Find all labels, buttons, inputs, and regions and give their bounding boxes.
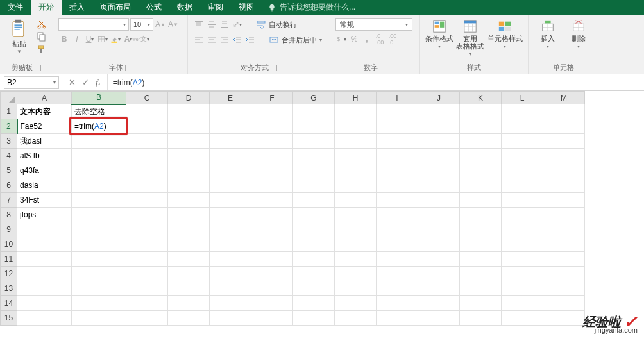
cell-E3[interactable] [210, 134, 251, 149]
cell-E6[interactable] [210, 178, 251, 193]
cell-L11[interactable] [502, 252, 543, 267]
cell-B13[interactable] [72, 281, 126, 296]
cell-J15[interactable] [418, 311, 460, 326]
tab-insert[interactable]: 插入 [62, 0, 92, 15]
paste-button[interactable]: 粘贴 ▼ [5, 18, 33, 55]
cell-H14[interactable] [335, 296, 377, 311]
italic-button[interactable]: I [71, 33, 83, 45]
cell-styles-button[interactable]: 单元格样式▾ [487, 18, 523, 57]
cell-E12[interactable] [210, 267, 251, 281]
increase-font-button[interactable]: A▲ [155, 19, 166, 30]
col-header-C[interactable]: C [126, 92, 168, 104]
orientation-button[interactable]: ⤢▾ [232, 19, 243, 30]
cell-E15[interactable] [210, 311, 251, 326]
cell-A9[interactable] [17, 222, 72, 237]
cell-G2[interactable] [293, 119, 335, 134]
currency-button[interactable]: $▾ [335, 33, 347, 45]
row-header-4[interactable]: 4 [1, 149, 17, 163]
cell-I10[interactable] [377, 237, 418, 252]
cell-C15[interactable] [126, 311, 168, 326]
cell-D12[interactable] [168, 267, 210, 281]
cell-M8[interactable] [543, 208, 585, 222]
cell-K9[interactable] [460, 222, 502, 237]
cell-H15[interactable] [335, 311, 377, 326]
cell-E10[interactable] [210, 237, 251, 252]
cell-L15[interactable] [502, 311, 543, 326]
cell-C14[interactable] [126, 296, 168, 311]
cell-K11[interactable] [460, 252, 502, 267]
cell-E2[interactable] [210, 119, 251, 134]
cell-E7[interactable] [210, 193, 251, 208]
tab-formulas[interactable]: 公式 [139, 0, 169, 15]
cell-H7[interactable] [335, 193, 377, 208]
cell-B3[interactable] [72, 134, 126, 149]
wrap-text-button[interactable]: 自动换行 [253, 18, 300, 31]
tab-review[interactable]: 审阅 [200, 0, 231, 15]
col-header-I[interactable]: I [377, 92, 418, 104]
cell-J12[interactable] [418, 267, 460, 281]
percent-button[interactable]: % [348, 33, 360, 45]
cell-F6[interactable] [251, 178, 293, 193]
cell-D8[interactable] [168, 208, 210, 222]
align-top-button[interactable] [193, 19, 205, 30]
cell-B14[interactable] [72, 296, 126, 311]
cell-C11[interactable] [126, 252, 168, 267]
cell-A5[interactable]: q43fa [17, 163, 72, 178]
number-format-select[interactable]: 常规▾ [335, 18, 412, 31]
row-header-14[interactable]: 14 [1, 296, 17, 311]
cell-C13[interactable] [126, 281, 168, 296]
cell-A11[interactable] [17, 252, 72, 267]
cell-M3[interactable] [543, 134, 585, 149]
cell-G7[interactable] [293, 193, 335, 208]
cell-M4[interactable] [543, 149, 585, 163]
fill-color-button[interactable]: ▾ [110, 33, 121, 45]
cell-C4[interactable] [126, 149, 168, 163]
cell-H8[interactable] [335, 208, 377, 222]
insert-cells-button[interactable]: 插入▾ [534, 18, 562, 49]
row-header-1[interactable]: 1 [1, 104, 17, 119]
cell-H3[interactable] [335, 134, 377, 149]
select-all-corner[interactable] [1, 92, 17, 104]
cell-H9[interactable] [335, 222, 377, 237]
cell-L6[interactable] [502, 178, 543, 193]
conditional-format-button[interactable]: 条件格式▾ [425, 18, 453, 57]
cell-L9[interactable] [502, 222, 543, 237]
cell-E1[interactable] [210, 104, 251, 119]
decrease-indent-button[interactable] [232, 34, 243, 46]
cell-G4[interactable] [293, 149, 335, 163]
cell-D4[interactable] [168, 149, 210, 163]
cell-F7[interactable] [251, 193, 293, 208]
cell-D13[interactable] [168, 281, 210, 296]
cell-C6[interactable] [126, 178, 168, 193]
cell-C10[interactable] [126, 237, 168, 252]
cell-F8[interactable] [251, 208, 293, 222]
row-header-5[interactable]: 5 [1, 163, 17, 178]
row-header-10[interactable]: 10 [1, 237, 17, 252]
row-header-3[interactable]: 3 [1, 134, 17, 149]
cell-L10[interactable] [502, 237, 543, 252]
cell-A10[interactable] [17, 237, 72, 252]
cell-D14[interactable] [168, 296, 210, 311]
cell-L1[interactable] [502, 104, 543, 119]
cell-C5[interactable] [126, 163, 168, 178]
cell-F12[interactable] [251, 267, 293, 281]
cell-M10[interactable] [543, 237, 585, 252]
cell-I3[interactable] [377, 134, 418, 149]
cell-A8[interactable]: jfops [17, 208, 72, 222]
cell-D2[interactable] [168, 119, 210, 134]
cell-G6[interactable] [293, 178, 335, 193]
cell-A3[interactable]: 我dasl [17, 134, 72, 149]
cell-L5[interactable] [502, 163, 543, 178]
dialog-launcher-icon[interactable] [271, 65, 277, 71]
comma-button[interactable]: , [361, 33, 373, 45]
cell-B1[interactable]: 去除空格 [72, 104, 126, 119]
cell-L2[interactable] [502, 119, 543, 134]
row-header-2[interactable]: 2 [1, 119, 17, 134]
cell-C8[interactable] [126, 208, 168, 222]
cell-A12[interactable] [17, 267, 72, 281]
cell-M12[interactable] [543, 267, 585, 281]
cell-B4[interactable] [72, 149, 126, 163]
align-bottom-button[interactable] [219, 19, 230, 30]
cell-I13[interactable] [377, 281, 418, 296]
cell-M6[interactable] [543, 178, 585, 193]
